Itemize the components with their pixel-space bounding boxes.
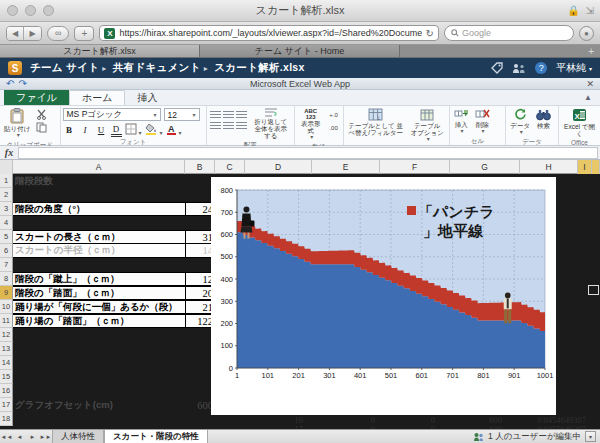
font-color-button[interactable]: A▾ [166, 123, 182, 137]
delete-cells-button[interactable]: 削除▾ [473, 107, 492, 136]
formula-input[interactable] [18, 147, 598, 159]
reload-icon[interactable]: ↻ [426, 28, 434, 39]
cell-label[interactable]: 階段の角度（°） [13, 202, 185, 216]
cell-label[interactable] [13, 342, 185, 356]
cell-label[interactable] [13, 412, 185, 426]
cell-label[interactable] [13, 216, 185, 230]
row-header-8[interactable]: 8 [0, 272, 13, 286]
browser-tab-skirt-analysis[interactable]: スカート解析.xlsx [0, 45, 200, 57]
user-menu[interactable]: 平林純 ▾ [556, 61, 592, 75]
bold-button[interactable]: B [63, 125, 76, 135]
open-in-excel-button[interactable]: X Excel で開く [561, 107, 598, 138]
row-header-9[interactable]: 9 [0, 286, 13, 300]
cell-label[interactable]: 踊り場が「何段に一個」あるか（段） [13, 300, 185, 314]
row-header-16[interactable]: 16 [0, 384, 13, 398]
first-sheet-button[interactable]: ◄◄ [0, 430, 13, 443]
row-header-10[interactable]: 10 [0, 300, 13, 314]
align-bottom-icon[interactable] [236, 111, 247, 119]
sort-filter-as-table-button[interactable]: ↓ テーブルとして 並べ替え/フィルター [346, 107, 406, 137]
downloads-button[interactable]: ● [579, 26, 594, 41]
next-sheet-button[interactable]: ► [26, 430, 39, 443]
row-header-3[interactable]: 3 [0, 202, 13, 216]
fullscreen-icon[interactable]: ⇲ [586, 5, 594, 16]
tab-home[interactable]: ホーム [69, 90, 125, 105]
cut-button[interactable] [34, 109, 48, 120]
column-header-B[interactable]: B [185, 160, 215, 174]
reading-list-button[interactable]: ∞ [47, 26, 69, 41]
cell-label[interactable]: スカートの半径（ｃｍ） [13, 244, 185, 258]
column-header-F[interactable]: F [380, 160, 450, 174]
row-header-1[interactable]: 1 [0, 174, 13, 188]
status-dropdown-icon[interactable]: ▾ [585, 431, 596, 442]
paste-button[interactable]: 貼り付け▾ [2, 107, 32, 140]
embedded-chart[interactable]: 0100200300400500600700800110120130140150… [211, 177, 556, 415]
tag-icon[interactable] [491, 62, 503, 74]
font-size-select[interactable]: 12▾ [164, 108, 200, 121]
cell-label[interactable]: 階段の「蹴上」（ｃｍ） [13, 272, 185, 286]
row-header-12[interactable]: 12 [0, 328, 13, 342]
row-header-5[interactable]: 5 [0, 230, 13, 244]
column-header-E[interactable]: E [312, 160, 380, 174]
underline-button[interactable]: U [95, 125, 108, 135]
share-people-icon[interactable] [512, 63, 526, 74]
borders-button[interactable]: ▾ [125, 123, 142, 137]
row-header-17[interactable]: 17 [0, 398, 13, 412]
align-left-icon[interactable] [210, 122, 221, 130]
last-sheet-button[interactable]: ►► [39, 430, 52, 443]
wrap-text-button[interactable]: 折り返して 全体を表示する [250, 107, 292, 140]
double-underline-button[interactable]: D [111, 124, 122, 137]
row-header-14[interactable]: 14 [0, 356, 13, 370]
address-bar[interactable]: X https://hirax.sharepoint.com/_layouts/… [99, 25, 439, 41]
column-header-G[interactable]: G [450, 160, 520, 174]
insert-cells-button[interactable]: 挿入▾ [452, 107, 471, 136]
cell-label[interactable]: グラフオフセット(cm) [13, 398, 185, 412]
add-bookmark-button[interactable]: + [74, 26, 94, 41]
forward-button[interactable]: ▶ [24, 27, 41, 40]
number-format-button[interactable]: ABC 123 表示形式▾ [297, 107, 325, 142]
align-middle-icon[interactable] [223, 111, 234, 119]
copy-button[interactable] [34, 122, 48, 133]
cell-label[interactable]: 階段の「踏面」（ｃｍ） [13, 286, 185, 300]
cell-label[interactable] [13, 258, 185, 272]
back-button[interactable]: ◀ [7, 27, 24, 40]
find-button[interactable]: 検索 [534, 107, 553, 130]
cell-label[interactable] [13, 356, 185, 370]
breadcrumb-shared-documents[interactable]: 共有ドキュメント [113, 61, 201, 73]
new-tab-button[interactable]: + [582, 45, 600, 57]
row-header-11[interactable]: 11 [0, 314, 13, 328]
row-header-15[interactable]: 15 [0, 370, 13, 384]
sheet-tab-skirt-stairs[interactable]: スカート・階段の特性 [104, 430, 208, 443]
row-header-4[interactable]: 4 [0, 216, 13, 230]
breadcrumb-team-site[interactable]: チーム サイト [30, 61, 99, 73]
search-field[interactable]: Google [444, 25, 574, 41]
row-header-13[interactable]: 13 [0, 342, 13, 356]
prev-sheet-button[interactable]: ◄ [13, 430, 26, 443]
cell-label[interactable] [13, 328, 185, 342]
fill-color-button[interactable]: ▾ [145, 123, 163, 137]
row-header-18[interactable]: 18 [0, 412, 13, 426]
increase-decimal-button[interactable]: +.0 [327, 109, 341, 120]
row-header-7[interactable]: 7 [0, 258, 13, 272]
cell-label[interactable]: 階段段数 [13, 174, 185, 188]
align-center-icon[interactable] [223, 122, 234, 130]
column-header-I[interactable]: I [578, 160, 592, 174]
url-text[interactable]: https://hirax.sharepoint.com/_layouts/xl… [119, 27, 421, 40]
column-header-C[interactable]: C [215, 160, 245, 174]
coauth-status[interactable]: 1 人のユーザーが編集中 ▾ [473, 430, 600, 443]
italic-button[interactable]: I [79, 125, 92, 135]
cell-label[interactable] [13, 370, 185, 384]
column-header-A[interactable]: A [13, 160, 185, 174]
decrease-decimal-button[interactable]: .00 [327, 122, 341, 133]
align-top-icon[interactable] [210, 111, 221, 119]
sheet-tab-body[interactable]: 人体特性 [52, 430, 104, 443]
help-icon[interactable]: ? [535, 62, 547, 74]
font-name-select[interactable]: MS Pゴシック▾ [63, 108, 161, 121]
align-right-icon[interactable] [236, 122, 247, 130]
row-header-2[interactable]: 2 [0, 188, 13, 202]
column-header-H[interactable]: H [520, 160, 578, 174]
tab-insert[interactable]: 挿入 [125, 90, 169, 105]
refresh-data-button[interactable]: データ▾ [508, 107, 532, 137]
browser-tab-team-site[interactable]: チーム サイト - Home [200, 45, 400, 57]
cell-label[interactable]: 踊り場の「踏面」（ｃｍ） [13, 314, 185, 328]
column-header-D[interactable]: D [245, 160, 312, 174]
